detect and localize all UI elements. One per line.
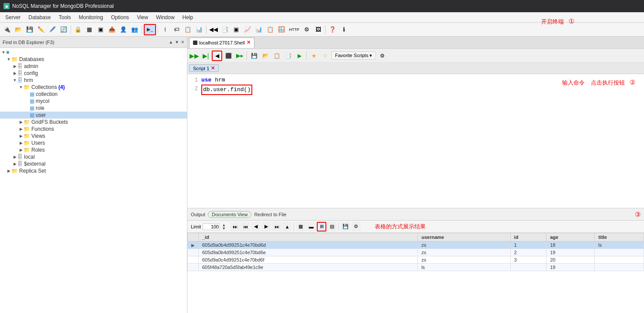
nav-last-btn[interactable]: ⏭ <box>230 222 240 231</box>
tree-databases[interactable]: ▼ 📁 Databases <box>0 56 187 63</box>
output-tab-output[interactable]: Output <box>191 212 205 217</box>
back-btn[interactable]: ◀ <box>212 51 222 61</box>
toolbar-btn-refresh[interactable]: 🔄 <box>58 24 69 35</box>
find-down-btn[interactable]: ▼ <box>175 40 179 44</box>
tree-root[interactable]: ▼ ■ <box>0 49 187 56</box>
toolbar-btn-gear[interactable]: ⚙ <box>302 24 312 35</box>
find-up-btn[interactable]: ▲ <box>169 40 173 44</box>
run-step-btn[interactable]: ▶| <box>200 51 211 61</box>
stop-btn[interactable]: ⬛ <box>223 51 234 61</box>
toolbar-btn-table[interactable]: 📋 <box>183 24 193 35</box>
toolbar-btn-script[interactable]: ⁞ <box>160 24 170 35</box>
tree-local[interactable]: ▶ 🗄 local <box>0 153 187 160</box>
toolbar-btn-nav3[interactable]: ▣ <box>231 24 241 35</box>
tree-mycol[interactable]: ▦ mycol <box>0 98 187 105</box>
save-script-btn[interactable]: 💾 <box>249 51 259 61</box>
tree-views[interactable]: ▶ 📁 Views <box>0 133 187 139</box>
menu-window[interactable]: Window <box>153 14 178 21</box>
copy2-btn[interactable]: 📑 <box>283 51 293 61</box>
nav-end-btn[interactable]: ⏭ <box>272 222 281 231</box>
script-gear-btn[interactable]: ⚙ <box>377 51 387 61</box>
toolbar-btn-copy[interactable]: 📋 <box>265 24 275 35</box>
output-save-btn[interactable]: 💾 <box>341 222 350 231</box>
output-tab-documents[interactable]: Documents View <box>208 211 251 218</box>
output-settings-btn[interactable]: ⚙ <box>351 222 361 231</box>
output-table-btn[interactable]: ⊞ <box>317 222 326 231</box>
output-grid-btn[interactable]: ▦ <box>296 222 305 231</box>
toolbar-btn-user[interactable]: 👤 <box>118 24 129 35</box>
tree-gridfs[interactable]: ▶ 📁 GridFS Buckets <box>0 119 187 126</box>
tree-collection[interactable]: ▦ collection <box>0 91 187 98</box>
script-tab-1[interactable]: Script 1 ✕ <box>189 65 219 72</box>
tree-admin[interactable]: ▶ 🗄 admin <box>0 63 187 70</box>
toolbar-btn-monitor[interactable]: 📈 <box>242 24 253 35</box>
toolbar-btn-nav1[interactable]: ◀◀ <box>208 24 219 35</box>
find-close-btn[interactable]: ✕ <box>181 40 184 44</box>
toolbar-btn-1[interactable]: 🔌 <box>2 24 12 35</box>
table-scroll[interactable]: _id username id age title ▶ 605d9a0b4d99… <box>187 233 644 313</box>
output-tab-redirect[interactable]: Redirect to File <box>254 212 286 217</box>
table-row[interactable]: 605d9a0c4d99251c4e70bd6f zs 3 20 <box>188 256 644 264</box>
shell-tab-close[interactable]: ✕ <box>247 40 251 45</box>
toolbar-btn-window[interactable]: 🪟 <box>276 24 287 35</box>
run-all-btn[interactable]: ▶▶ <box>189 51 200 61</box>
table-row[interactable]: ▶ 605d9a0b4d99251c4e70bd6d zs 1 18 ls <box>188 242 644 249</box>
shell-tab[interactable]: localhost:27017.Shell ✕ <box>189 37 254 48</box>
star2-btn[interactable]: ☆ <box>320 51 330 61</box>
tree-role[interactable]: ▦ role <box>0 105 187 112</box>
code-editor[interactable]: 1 use hrm 2 db.user.find() 开启终端 ① 输入命令 点… <box>187 74 644 208</box>
menu-tools[interactable]: Tools <box>55 14 75 21</box>
toolbar-btn-3[interactable]: 💾 <box>24 24 35 35</box>
limit-input[interactable] <box>203 223 220 230</box>
toolbar-btn-grid2[interactable]: ▣ <box>95 24 106 35</box>
menu-options[interactable]: Options <box>108 14 132 21</box>
menu-database[interactable]: Database <box>25 14 54 21</box>
tree-users[interactable]: ▶ 📁 Users <box>0 139 187 146</box>
tree-config[interactable]: ▶ 🗄 config <box>0 70 187 77</box>
toolbar-btn-4[interactable]: ✏️ <box>36 24 46 35</box>
table-row[interactable]: 605f48a720a5d5fab49e1c9e ls 19 <box>188 264 644 271</box>
toolbar-btn-http[interactable]: HTTP <box>288 24 301 35</box>
toolbar-btn-grid[interactable]: ▦ <box>84 24 95 35</box>
output-list-btn[interactable]: ▬ <box>306 222 316 231</box>
toolbar-btn-5[interactable]: 🖊️ <box>47 24 58 35</box>
open-script-btn[interactable]: 📂 <box>260 51 271 61</box>
menu-view[interactable]: View <box>133 14 152 21</box>
toolbar-btn-col[interactable]: 📊 <box>194 24 204 35</box>
table-row[interactable]: 605d9a0b4d99251c4e70bd6e zs 2 19 <box>188 249 644 256</box>
favorite-scripts-btn[interactable]: Favorite Scripts ▾ <box>331 51 376 60</box>
toolbar-btn-users[interactable]: 👥 <box>129 24 140 35</box>
nav-prev-btn[interactable]: ◀ <box>251 222 261 231</box>
nav-next-btn[interactable]: ▶ <box>261 222 271 231</box>
run2-btn[interactable]: ▶ <box>294 51 305 61</box>
tree-functions[interactable]: ▶ 📁 Functions <box>0 126 187 133</box>
tree-collections[interactable]: ▼ 📁 Collections (4) <box>0 84 187 91</box>
menu-server[interactable]: Server <box>2 14 24 21</box>
toolbar-btn-2[interactable]: 📂 <box>13 24 24 35</box>
toolbar-btn-info[interactable]: ℹ <box>339 24 349 35</box>
toolbar-btn-export[interactable]: 📤 <box>107 24 117 35</box>
toolbar-btn-image[interactable]: 🖼 <box>313 24 323 35</box>
tree-user[interactable]: ▦ user <box>0 112 187 119</box>
toolbar-btn-help[interactable]: ❓ <box>327 24 338 35</box>
table-header-row: _id username id age title <box>188 233 644 242</box>
row3-username: zs <box>418 256 511 264</box>
tree-external[interactable]: ▶ 🗄 $external <box>0 160 187 167</box>
nav-first-btn[interactable]: ⏮ <box>241 222 250 231</box>
menu-monitoring[interactable]: Monitoring <box>75 14 107 21</box>
star1-btn[interactable]: ★ <box>308 51 319 61</box>
tree-hrm[interactable]: ▼ 🗄 hrm <box>0 77 187 84</box>
nav-up-btn[interactable]: ▲ <box>282 222 292 231</box>
menu-help[interactable]: Help <box>179 14 197 21</box>
run-btn[interactable]: ▶▸ <box>234 51 245 61</box>
tree-replica[interactable]: ▶ 📁 Replica Set <box>0 167 187 174</box>
toolbar-btn-lock[interactable]: 🔒 <box>73 24 83 35</box>
toolbar-btn-db[interactable]: 🏷 <box>171 24 182 35</box>
copy1-btn[interactable]: 📋 <box>271 51 282 61</box>
output-text-btn[interactable]: ▤ <box>327 222 337 231</box>
toolbar-btn-chart[interactable]: 📊 <box>254 24 264 35</box>
toolbar-btn-terminal[interactable]: ▶_ <box>144 24 156 35</box>
script-tab-close[interactable]: ✕ <box>211 65 215 71</box>
tree-roles[interactable]: ▶ 📁 Roles <box>0 146 187 153</box>
toolbar-btn-nav2[interactable]: 📑 <box>220 24 230 35</box>
